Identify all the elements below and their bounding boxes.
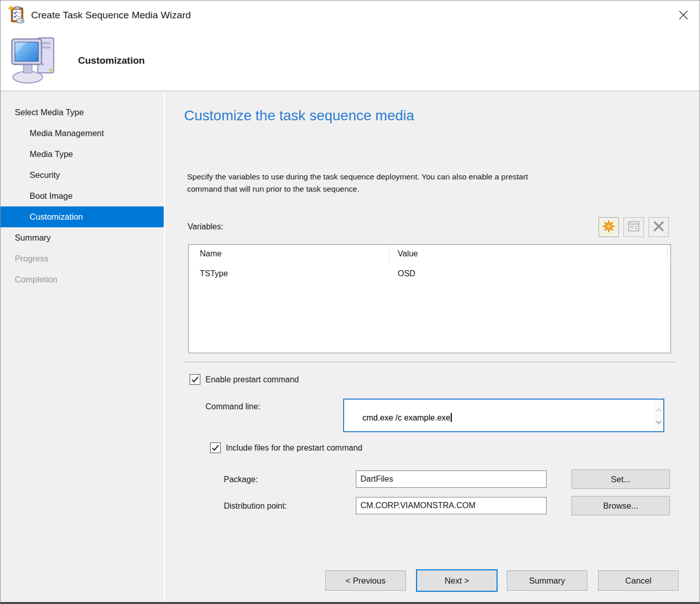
wizard-window: Create Task Sequence Media Wizard bbox=[0, 0, 700, 604]
package-field[interactable]: DartFiles bbox=[356, 470, 547, 488]
close-icon[interactable] bbox=[671, 4, 695, 26]
command-line-value: cmd.exe /c example.exe bbox=[362, 413, 451, 422]
column-header-name[interactable]: Name bbox=[189, 245, 390, 263]
column-header-end-divider bbox=[667, 246, 667, 262]
sidebar-item-completion: Completion bbox=[1, 269, 164, 290]
next-button[interactable]: Next > bbox=[416, 569, 498, 592]
variable-name-cell: TSType bbox=[189, 269, 390, 278]
variable-properties-button bbox=[624, 217, 644, 237]
sidebar-item-media-type[interactable]: Media Type bbox=[1, 144, 164, 165]
set-button[interactable]: Set... bbox=[572, 469, 670, 489]
enable-prestart-label: Enable prestart command bbox=[205, 375, 299, 384]
properties-window-icon bbox=[628, 221, 640, 234]
include-files-label: Include files for the prestart command bbox=[226, 443, 362, 453]
include-files-checkbox[interactable] bbox=[210, 442, 221, 453]
page-description-line1: Specify the variables to use during the … bbox=[187, 171, 528, 183]
checkmark-icon bbox=[191, 376, 199, 383]
section-separator bbox=[184, 362, 675, 363]
title-bar: Create Task Sequence Media Wizard bbox=[1, 1, 699, 30]
checkmark-icon bbox=[212, 444, 219, 451]
sidebar-item-progress: Progress bbox=[1, 248, 164, 269]
variables-toolbar bbox=[599, 217, 669, 237]
wizard-clipboard-icon bbox=[8, 6, 26, 24]
page-description: Specify the variables to use during the … bbox=[187, 171, 528, 195]
previous-button[interactable]: < Previous bbox=[325, 570, 406, 591]
wizard-header-banner: Customization bbox=[1, 30, 699, 91]
distribution-point-label: Distribution point: bbox=[224, 502, 287, 511]
page-header-title: Customization bbox=[78, 30, 145, 91]
variables-table: Name Value TSType OSD bbox=[188, 244, 671, 353]
scroll-up-icon bbox=[656, 405, 662, 414]
browse-button[interactable]: Browse... bbox=[572, 496, 670, 515]
text-caret bbox=[451, 413, 452, 422]
scroll-down-icon bbox=[656, 417, 662, 426]
distribution-point-field[interactable]: CM.CORP.VIAMONSTRA.COM bbox=[356, 497, 547, 514]
sidebar-item-security[interactable]: Security bbox=[1, 165, 164, 186]
column-header-value[interactable]: Value bbox=[390, 245, 670, 263]
new-variable-button[interactable] bbox=[599, 217, 619, 237]
sidebar-item-summary[interactable]: Summary bbox=[1, 227, 164, 248]
delete-variable-button bbox=[649, 217, 669, 237]
variables-label: Variables: bbox=[188, 222, 223, 231]
page-title: Customize the task sequence media bbox=[184, 108, 414, 124]
cancel-button[interactable]: Cancel bbox=[598, 570, 679, 591]
variable-value-cell: OSD bbox=[390, 269, 670, 278]
window-title: Create Task Sequence Media Wizard bbox=[31, 1, 191, 30]
sidebar-item-boot-image[interactable]: Boot Image bbox=[1, 186, 164, 206]
enable-prestart-checkbox[interactable] bbox=[190, 374, 200, 385]
summary-button[interactable]: Summary bbox=[507, 570, 587, 591]
table-row[interactable]: TSType OSD bbox=[189, 263, 670, 284]
command-line-scrollbar bbox=[654, 400, 663, 431]
sidebar-divider bbox=[164, 92, 165, 602]
computer-workstation-icon bbox=[9, 33, 62, 86]
delete-x-icon bbox=[652, 220, 665, 234]
starburst-icon bbox=[602, 220, 615, 235]
command-line-input[interactable]: cmd.exe /c example.exe bbox=[343, 399, 664, 432]
sidebar-item-media-management[interactable]: Media Management bbox=[1, 123, 164, 144]
sidebar-item-customization[interactable]: Customization bbox=[1, 206, 164, 227]
variables-table-header: Name Value bbox=[189, 245, 670, 263]
footer-separator bbox=[165, 556, 699, 557]
page-description-line2: command that will run prior to the task … bbox=[187, 183, 528, 195]
wizard-step-list: Select Media Type Media Management Media… bbox=[1, 102, 164, 290]
package-label: Package: bbox=[224, 475, 258, 484]
command-line-label: Command line: bbox=[205, 402, 261, 411]
sidebar-item-select-media-type[interactable]: Select Media Type bbox=[1, 102, 164, 123]
